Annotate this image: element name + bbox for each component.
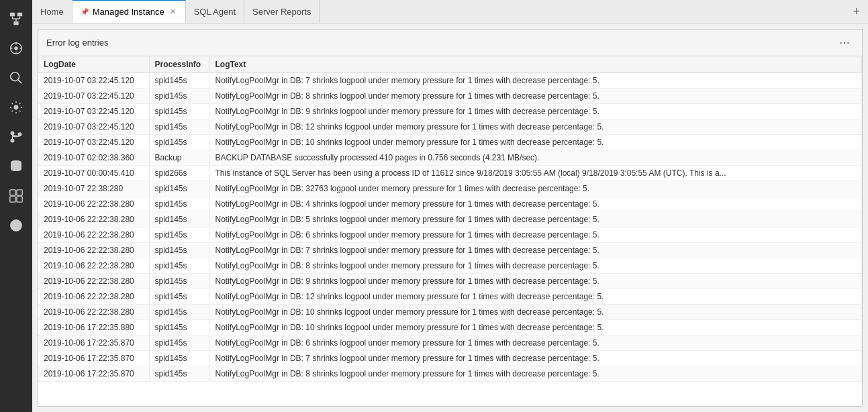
- panel-menu-button[interactable]: ⋯: [835, 35, 854, 50]
- svg-rect-18: [10, 190, 15, 195]
- svg-point-15: [18, 133, 21, 136]
- table-row: 2019-10-07 03:22:45.120spid145sNotifyLog…: [38, 104, 862, 119]
- svg-rect-1: [17, 13, 22, 17]
- search-icon[interactable]: [3, 64, 30, 91]
- cell-processinfo: spid145s: [149, 336, 209, 351]
- table-header-row: LogDate ProcessInfo LogText: [38, 56, 862, 73]
- svg-point-22: [11, 220, 22, 231]
- cell-logdate: 2019-10-07 00:00:45.410: [38, 166, 149, 181]
- cell-processinfo: spid145s: [149, 320, 209, 336]
- cell-logtext: NotifyLogPoolMgr in DB: 5 shrinks logpoo…: [209, 212, 862, 227]
- cell-logdate: 2019-10-07 02:02:38.360: [38, 150, 149, 166]
- table-row: 2019-10-06 22:22:38.280spid145sNotifyLog…: [38, 227, 862, 243]
- table-row: 2019-10-06 17:22:35.870spid145sNotifyLog…: [38, 336, 862, 351]
- svg-point-23: [13, 223, 15, 225]
- tab-home[interactable]: Home: [32, 0, 73, 23]
- cell-logtext: NotifyLogPoolMgr in DB: 10 shrinks logpo…: [209, 305, 862, 320]
- cell-logtext: NotifyLogPoolMgr in DB: 6 shrinks logpoo…: [209, 227, 862, 243]
- tab-managed-instance[interactable]: 📌 Managed Instance ✕: [73, 0, 186, 23]
- cell-logdate: 2019-10-06 22:22:38.280: [38, 274, 149, 289]
- svg-rect-20: [10, 197, 15, 202]
- table-row: 2019-10-06 22:22:38.280spid145sNotifyLog…: [38, 258, 862, 274]
- cell-processinfo: spid145s: [149, 289, 209, 305]
- cell-logtext: NotifyLogPoolMgr in DB: 6 shrinks logpoo…: [209, 336, 862, 351]
- cell-logtext: NotifyLogPoolMgr in DB: 8 shrinks logpoo…: [209, 258, 862, 274]
- cell-processinfo: spid145s: [149, 351, 209, 366]
- gear-icon[interactable]: [3, 94, 30, 121]
- table-row: 2019-10-07 03:22:45.120spid145sNotifyLog…: [38, 73, 862, 89]
- add-tab-icon: +: [853, 5, 860, 19]
- table-row: 2019-10-07 03:22:45.120spid145sNotifyLog…: [38, 135, 862, 150]
- panel-title: Error log entries: [46, 38, 108, 48]
- cell-logtext: NotifyLogPoolMgr in DB: 10 shrinks logpo…: [209, 135, 862, 150]
- database-icon[interactable]: [3, 153, 30, 180]
- tab-home-label: Home: [40, 7, 64, 17]
- cell-logtext: NotifyLogPoolMgr in DB: 4 shrinks logpoo…: [209, 197, 862, 212]
- cell-logtext: NotifyLogPoolMgr in DB: 8 shrinks logpoo…: [209, 366, 862, 382]
- add-tab-button[interactable]: +: [845, 0, 868, 23]
- cell-logtext: This instance of SQL Server has been usi…: [209, 166, 862, 181]
- pin-icon: 📌: [81, 8, 89, 15]
- cell-processinfo: spid145s: [149, 305, 209, 320]
- cell-processinfo: spid145s: [149, 197, 209, 212]
- svg-rect-0: [10, 13, 15, 17]
- table-row: 2019-10-07 03:22:45.120spid145sNotifyLog…: [38, 119, 862, 135]
- cell-logdate: 2019-10-07 03:22:45.120: [38, 89, 149, 104]
- cell-logtext: NotifyLogPoolMgr in DB: 8 shrinks logpoo…: [209, 89, 862, 104]
- col-header-logdate: LogDate: [38, 56, 149, 73]
- content-panel: Error log entries ⋯ LogDate ProcessInfo …: [38, 29, 863, 407]
- table-row: 2019-10-06 22:22:38.280spid145sNotifyLog…: [38, 274, 862, 289]
- cell-processinfo: spid145s: [149, 181, 209, 197]
- cell-logdate: 2019-10-07 22:38:280: [38, 181, 149, 197]
- table-row: 2019-10-07 22:38:280spid145sNotifyLogPoo…: [38, 181, 862, 197]
- main-area: Home 📌 Managed Instance ✕ SQL Agent Serv…: [32, 0, 868, 412]
- cell-logdate: 2019-10-06 17:22:35.870: [38, 351, 149, 366]
- cell-logdate: 2019-10-06 22:22:38.280: [38, 197, 149, 212]
- cell-processinfo: spid145s: [149, 119, 209, 135]
- tab-sql-agent[interactable]: SQL Agent: [186, 0, 244, 23]
- extensions-icon[interactable]: [3, 183, 30, 209]
- connections-icon[interactable]: [3, 5, 30, 32]
- cell-logdate: 2019-10-07 03:22:45.120: [38, 135, 149, 150]
- table-row: 2019-10-07 00:00:45.410spid266sThis inst…: [38, 166, 862, 181]
- table-row: 2019-10-07 03:22:45.120spid145sNotifyLog…: [38, 89, 862, 104]
- git-icon[interactable]: [3, 123, 30, 150]
- cell-logtext: NotifyLogPoolMgr in DB: 12 shrinks logpo…: [209, 119, 862, 135]
- feedback-icon[interactable]: [3, 212, 30, 239]
- svg-point-24: [17, 223, 19, 225]
- table-body: 2019-10-07 03:22:45.120spid145sNotifyLog…: [38, 73, 862, 382]
- cell-logdate: 2019-10-07 03:22:45.120: [38, 104, 149, 119]
- tab-sql-agent-label: SQL Agent: [194, 7, 236, 17]
- table-container[interactable]: LogDate ProcessInfo LogText 2019-10-07 0…: [38, 56, 862, 406]
- svg-point-14: [11, 132, 14, 135]
- tab-managed-instance-close[interactable]: ✕: [168, 6, 177, 17]
- svg-point-10: [11, 72, 19, 81]
- cell-logtext: NotifyLogPoolMgr in DB: 9 shrinks logpoo…: [209, 104, 862, 119]
- cell-logtext: NotifyLogPoolMgr in DB: 9 shrinks logpoo…: [209, 274, 862, 289]
- svg-point-12: [14, 105, 18, 109]
- dashboard-icon[interactable]: [3, 35, 30, 62]
- table-row: 2019-10-06 22:22:38.280spid145sNotifyLog…: [38, 212, 862, 227]
- cell-logdate: 2019-10-07 03:22:45.120: [38, 119, 149, 135]
- cell-logtext: NotifyLogPoolMgr in DB: 10 shrinks logpo…: [209, 320, 862, 336]
- cell-processinfo: spid145s: [149, 89, 209, 104]
- cell-logtext: BACKUP DATABASE successfully processed 4…: [209, 150, 862, 166]
- tab-server-reports-label: Server Reports: [252, 7, 311, 17]
- col-header-logtext: LogText: [209, 56, 862, 73]
- table-row: 2019-10-06 22:22:38.280spid145sNotifyLog…: [38, 305, 862, 320]
- tab-server-reports[interactable]: Server Reports: [244, 0, 320, 23]
- table-row: 2019-10-06 22:22:38.280spid145sNotifyLog…: [38, 243, 862, 258]
- error-log-table: LogDate ProcessInfo LogText 2019-10-07 0…: [38, 56, 862, 382]
- cell-logdate: 2019-10-06 17:22:35.880: [38, 320, 149, 336]
- table-row: 2019-10-06 17:22:35.880spid145sNotifyLog…: [38, 320, 862, 336]
- cell-processinfo: spid145s: [149, 243, 209, 258]
- svg-point-9: [14, 46, 18, 50]
- svg-rect-2: [13, 21, 18, 25]
- cell-logtext: NotifyLogPoolMgr in DB: 7 shrinks logpoo…: [209, 351, 862, 366]
- cell-processinfo: spid145s: [149, 212, 209, 227]
- table-row: 2019-10-07 02:02:38.360BackupBACKUP DATA…: [38, 150, 862, 166]
- cell-logtext: NotifyLogPoolMgr in DB: 7 shrinks logpoo…: [209, 73, 862, 89]
- table-row: 2019-10-06 17:22:35.870spid145sNotifyLog…: [38, 351, 862, 366]
- activity-bar: [0, 0, 32, 412]
- cell-processinfo: spid145s: [149, 73, 209, 89]
